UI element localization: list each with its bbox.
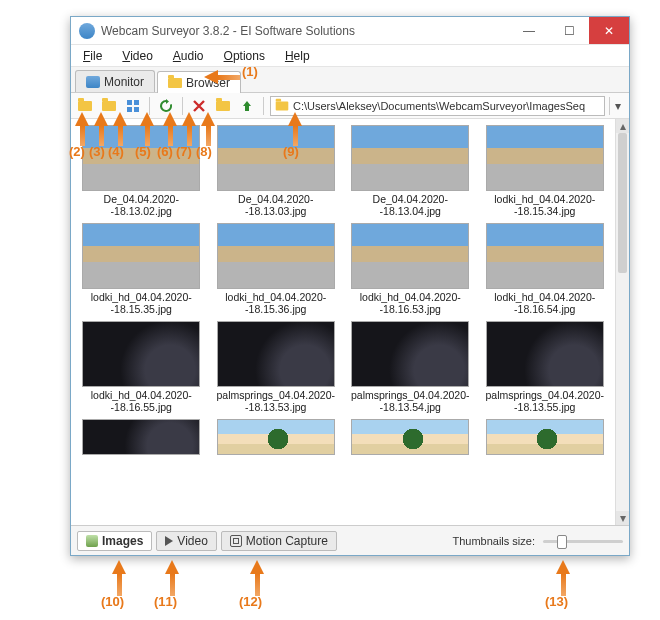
thumbnail-image[interactable] xyxy=(82,125,200,191)
tab-browser[interactable]: Browser xyxy=(157,71,241,93)
tab-browser-label: Browser xyxy=(186,76,230,90)
path-text: C:\Users\Aleksey\Documents\WebcamSurveyo… xyxy=(293,100,600,112)
thumbnail-image[interactable] xyxy=(351,321,469,387)
thumbnail-image[interactable] xyxy=(486,125,604,191)
thumbnail-card[interactable]: De_04.04.2020--18.13.02.jpg xyxy=(79,125,204,219)
thumbnail-filename: lodki_hd_04.04.2020--18.16.53.jpg xyxy=(348,291,473,317)
footer-tab-video[interactable]: Video xyxy=(156,531,216,551)
thumbnail-card[interactable] xyxy=(348,419,473,455)
open-folder-button[interactable] xyxy=(75,96,95,116)
menu-file[interactable]: File xyxy=(77,49,108,63)
thumbnail-image[interactable] xyxy=(217,223,335,289)
up-folder-icon xyxy=(240,99,254,113)
thumbnail-filename: lodki_hd_04.04.2020--18.15.36.jpg xyxy=(214,291,339,317)
thumbnail-filename: lodki_hd_04.04.2020--18.15.34.jpg xyxy=(483,193,608,219)
footer-tab-motion-label: Motion Capture xyxy=(246,534,328,548)
thumbnail-image[interactable] xyxy=(217,321,335,387)
path-dropdown-button[interactable]: ▾ xyxy=(609,97,625,115)
thumbnail-image[interactable] xyxy=(217,125,335,191)
motion-capture-icon xyxy=(230,535,242,547)
thumbnail-image[interactable] xyxy=(486,223,604,289)
thumbnail-image[interactable] xyxy=(351,125,469,191)
folder-icon xyxy=(168,78,182,88)
open-recent-folder-icon xyxy=(102,101,116,111)
scroll-up-button[interactable]: ▴ xyxy=(616,119,629,133)
thumbnail-card[interactable]: palmsprings_04.04.2020--18.13.54.jpg xyxy=(348,321,473,415)
views-icon xyxy=(126,99,140,113)
open-recent-button[interactable] xyxy=(99,96,119,116)
annotation-label-12: (12) xyxy=(239,594,262,609)
thumbnail-image[interactable] xyxy=(82,321,200,387)
menu-video[interactable]: Video xyxy=(116,49,158,63)
thumbnail-filename: palmsprings_04.04.2020--18.13.55.jpg xyxy=(483,389,608,415)
tab-monitor[interactable]: Monitor xyxy=(75,70,155,92)
window-controls: — ☐ ✕ xyxy=(509,17,629,44)
titlebar: Webcam Surveyor 3.8.2 - EI Software Solu… xyxy=(71,17,629,45)
tab-monitor-label: Monitor xyxy=(104,75,144,89)
new-folder-icon xyxy=(216,101,230,111)
svg-rect-3 xyxy=(134,107,139,112)
vertical-scrollbar[interactable]: ▴ ▾ xyxy=(615,119,629,525)
thumbnail-card[interactable] xyxy=(483,419,608,455)
app-window: Webcam Surveyor 3.8.2 - EI Software Solu… xyxy=(70,16,630,556)
menu-options[interactable]: Options xyxy=(218,49,271,63)
annotation-label-13: (13) xyxy=(545,594,568,609)
thumbnail-filename: De_04.04.2020--18.13.02.jpg xyxy=(79,193,204,219)
thumbnail-image[interactable] xyxy=(82,223,200,289)
path-folder-icon xyxy=(276,101,289,110)
thumbnail-filename: palmsprings_04.04.2020--18.13.54.jpg xyxy=(348,389,473,415)
thumbnail-filename: lodki_hd_04.04.2020--18.15.35.jpg xyxy=(79,291,204,317)
thumbnail-filename: lodki_hd_04.04.2020--18.16.54.jpg xyxy=(483,291,608,317)
thumbnail-size-slider[interactable] xyxy=(543,534,623,548)
thumbnail-card[interactable]: De_04.04.2020--18.13.04.jpg xyxy=(348,125,473,219)
thumbnail-image[interactable] xyxy=(351,419,469,455)
menu-help[interactable]: Help xyxy=(279,49,316,63)
thumbnail-image[interactable] xyxy=(486,321,604,387)
thumbnail-card[interactable]: lodki_hd_04.04.2020--18.15.36.jpg xyxy=(214,223,339,317)
maximize-button[interactable]: ☐ xyxy=(549,17,589,44)
thumbnail-card[interactable]: palmsprings_04.04.2020--18.13.55.jpg xyxy=(483,321,608,415)
scroll-handle[interactable] xyxy=(618,133,627,273)
toolbar-separator xyxy=(263,97,264,115)
new-folder-button[interactable] xyxy=(213,96,233,116)
close-button[interactable]: ✕ xyxy=(589,17,629,44)
thumbnail-card[interactable]: De_04.04.2020--18.13.03.jpg xyxy=(214,125,339,219)
scroll-down-button[interactable]: ▾ xyxy=(616,511,629,525)
footer-tab-video-label: Video xyxy=(177,534,207,548)
thumbnail-image[interactable] xyxy=(217,419,335,455)
view-tabs: Monitor Browser xyxy=(71,67,629,93)
refresh-button[interactable] xyxy=(156,96,176,116)
thumbnail-card[interactable]: lodki_hd_04.04.2020--18.16.53.jpg xyxy=(348,223,473,317)
thumbnail-card[interactable]: lodki_hd_04.04.2020--18.15.34.jpg xyxy=(483,125,608,219)
menu-audio[interactable]: Audio xyxy=(167,49,210,63)
annotation-arrow-13 xyxy=(556,560,570,596)
thumbnail-filename: palmsprings_04.04.2020--18.13.53.jpg xyxy=(214,389,339,415)
svg-rect-2 xyxy=(127,107,132,112)
thumbnail-size-label: Thumbnails size: xyxy=(452,535,535,547)
up-button[interactable] xyxy=(237,96,257,116)
thumbnail-card[interactable] xyxy=(79,419,204,455)
thumbnail-image[interactable] xyxy=(82,419,200,455)
thumbnail-card[interactable]: palmsprings_04.04.2020--18.13.53.jpg xyxy=(214,321,339,415)
thumbnail-image[interactable] xyxy=(351,223,469,289)
delete-button[interactable] xyxy=(189,96,209,116)
thumbnail-card[interactable]: lodki_hd_04.04.2020--18.15.35.jpg xyxy=(79,223,204,317)
annotation-label-10: (10) xyxy=(101,594,124,609)
path-bar[interactable]: C:\Users\Aleksey\Documents\WebcamSurveyo… xyxy=(270,96,605,116)
views-button[interactable] xyxy=(123,96,143,116)
thumbnail-card[interactable]: lodki_hd_04.04.2020--18.16.54.jpg xyxy=(483,223,608,317)
open-folder-icon xyxy=(78,101,92,111)
monitor-icon xyxy=(86,76,100,88)
minimize-button[interactable]: — xyxy=(509,17,549,44)
footer-tab-images[interactable]: Images xyxy=(77,531,152,551)
slider-knob[interactable] xyxy=(557,535,567,549)
window-title: Webcam Surveyor 3.8.2 - EI Software Solu… xyxy=(101,24,509,38)
thumbnail-card[interactable]: lodki_hd_04.04.2020--18.16.55.jpg xyxy=(79,321,204,415)
footer-tab-motion[interactable]: Motion Capture xyxy=(221,531,337,551)
thumbnail-filename: De_04.04.2020--18.13.03.jpg xyxy=(214,193,339,219)
thumbnail-card[interactable] xyxy=(214,419,339,455)
slider-rail xyxy=(543,540,623,543)
annotation-arrow-11 xyxy=(165,560,179,596)
menubar: File Video Audio Options Help xyxy=(71,45,629,67)
thumbnail-image[interactable] xyxy=(486,419,604,455)
